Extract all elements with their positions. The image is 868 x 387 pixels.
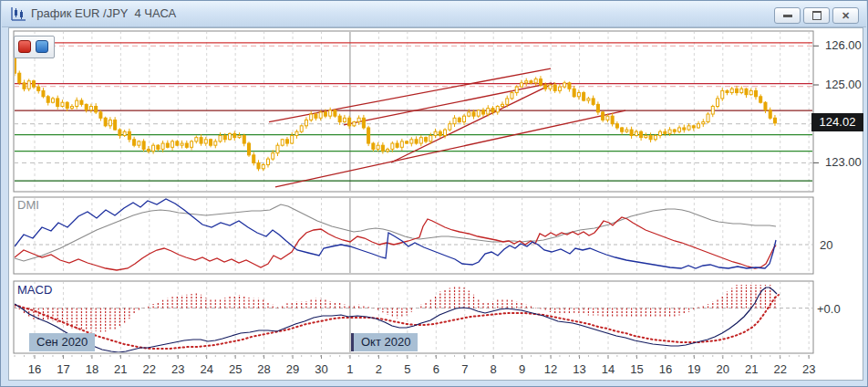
chart-window: График EUR /JPY 4 ЧАСА ✕ DMI MACD Сен 20… <box>0 0 868 387</box>
time-axis-label: 23 <box>802 362 815 376</box>
time-axis-label: 6 <box>433 362 439 376</box>
price-axis-label: 125.00 <box>825 78 862 91</box>
dmi-indicator-label: DMI <box>17 198 39 212</box>
quick-buttons-panel <box>14 36 55 58</box>
time-axis-label: 21 <box>114 362 127 376</box>
chart-client-area[interactable]: DMI MACD Сен 2020 Окт 2020 124.02 20 +0.… <box>8 27 863 381</box>
dmi-panel-border <box>14 197 813 274</box>
window-title: График EUR /JPY 4 ЧАСА <box>31 6 176 20</box>
minimize-button[interactable] <box>774 7 801 24</box>
current-price-badge: 124.02 <box>811 113 863 131</box>
price-axis-label: 126.00 <box>825 38 862 52</box>
time-axis-label: 18 <box>86 362 98 376</box>
dmi-level-label: 20 <box>820 238 832 252</box>
title-bar[interactable]: График EUR /JPY 4 ЧАСА ✕ <box>2 1 866 27</box>
candlestick-chart-icon <box>10 6 26 21</box>
time-axis-label: 30 <box>315 362 327 376</box>
restore-icon <box>812 11 822 20</box>
time-axis-label: 23 <box>171 362 184 376</box>
time-axis-label: 24 <box>200 362 212 376</box>
chart-canvas[interactable] <box>9 28 864 382</box>
close-icon: ✕ <box>842 10 850 21</box>
time-axis-label: 17 <box>57 362 69 376</box>
time-axis-label: 12 <box>544 362 557 376</box>
time-axis-label: 8 <box>491 362 497 376</box>
restore-button[interactable] <box>803 7 830 24</box>
time-axis-label: 2 <box>376 362 382 376</box>
month-label-oct: Окт 2020 <box>351 333 418 351</box>
time-axis-label: 1 <box>346 362 353 376</box>
buy-button[interactable] <box>36 40 48 53</box>
time-axis-label: 29 <box>286 362 299 376</box>
time-axis-label: 5 <box>404 362 410 376</box>
time-axis-label: 7 <box>461 362 468 376</box>
close-button[interactable]: ✕ <box>832 7 859 24</box>
time-axis-label: 25 <box>229 362 242 376</box>
minimize-icon <box>783 15 792 17</box>
time-axis-label: 19 <box>687 362 700 376</box>
month-label-sep: Сен 2020 <box>29 333 95 351</box>
time-axis-label: 22 <box>143 362 156 376</box>
time-axis-label: 28 <box>257 362 270 376</box>
time-axis-label: 16 <box>28 362 41 376</box>
sell-button[interactable] <box>18 40 31 53</box>
time-axis-label: 15 <box>630 362 643 376</box>
macd-zero-label: +0.0 <box>817 302 841 316</box>
time-axis-label: 21 <box>745 362 758 376</box>
price-axis-label: 123.00 <box>825 155 862 169</box>
time-axis-label: 13 <box>573 362 585 376</box>
time-axis-label: 22 <box>773 362 786 376</box>
time-axis-label: 20 <box>717 362 729 376</box>
time-axis-label: 14 <box>602 362 615 376</box>
macd-indicator-label: MACD <box>17 283 52 297</box>
time-axis-label: 16 <box>659 362 672 376</box>
time-axis-label: 9 <box>519 362 525 376</box>
